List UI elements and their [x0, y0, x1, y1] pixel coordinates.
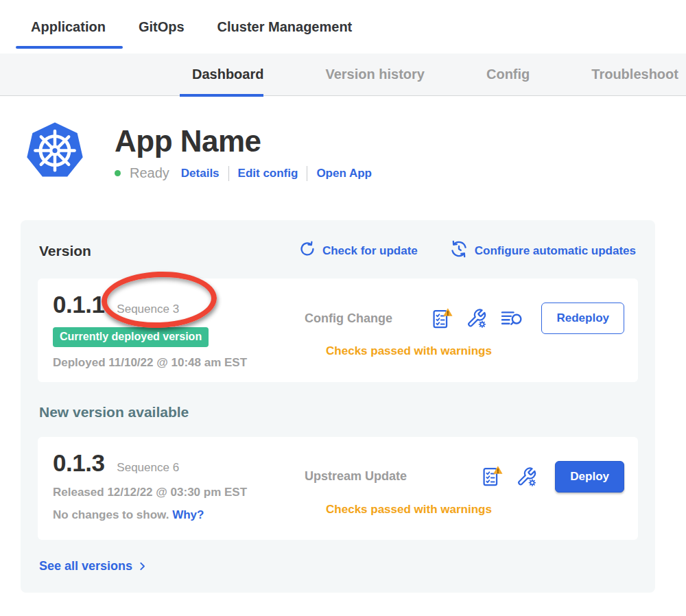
tab-gitops[interactable]: GitOps — [139, 0, 185, 54]
see-all-versions-label: See all versions — [39, 559, 132, 573]
no-changes-text: No changes to show. Why? — [53, 508, 283, 522]
kubernetes-logo — [24, 119, 86, 186]
available-sequence-label: Sequence 6 — [117, 461, 179, 475]
available-release-info: 0.1.3 Sequence 6 Released 12/12/22 @ 03:… — [53, 449, 283, 528]
available-release-row: 0.1.3 Sequence 6 Released 12/12/22 @ 03:… — [38, 437, 638, 540]
deploy-button[interactable]: Deploy — [555, 461, 624, 493]
app-name-title: App Name — [115, 124, 372, 158]
available-version-number: 0.1.3 — [53, 449, 104, 477]
preflight-checks-icon[interactable] — [431, 307, 453, 330]
app-header-text: App Name Ready Details Edit config Open … — [115, 124, 372, 181]
chevron-right-icon — [137, 560, 147, 572]
available-checks-status: Checks passed with warnings — [283, 503, 624, 517]
current-checks-status: Checks passed with warnings — [283, 344, 624, 358]
tab-version-history[interactable]: Version history — [325, 54, 425, 95]
current-source-label: Config Change — [283, 311, 392, 326]
current-release-actions: Config Change — [283, 291, 624, 370]
version-card-title: Version — [39, 243, 91, 259]
ready-status-dot — [115, 170, 121, 176]
version-card: Version Check for update — [21, 220, 655, 593]
configure-automatic-updates-button[interactable]: Configure automatic updates — [449, 239, 636, 262]
tab-config[interactable]: Config — [486, 54, 530, 95]
auto-update-clock-icon — [449, 239, 469, 262]
primary-nav: Application GitOps Cluster Management — [0, 0, 686, 54]
new-version-heading: New version available — [38, 404, 638, 420]
check-for-update-button[interactable]: Check for update — [298, 240, 418, 261]
app-header: App Name Ready Details Edit config Open … — [0, 96, 686, 186]
tab-dashboard[interactable]: Dashboard — [192, 54, 263, 95]
why-link[interactable]: Why? — [172, 508, 204, 521]
no-changes-label: No changes to show. — [53, 508, 169, 521]
see-all-versions-link[interactable]: See all versions — [38, 559, 638, 573]
current-sequence-label: Sequence 3 — [117, 303, 179, 316]
tab-application[interactable]: Application — [31, 0, 106, 54]
released-timestamp: Released 12/12/22 @ 03:30 pm EST — [53, 486, 283, 499]
current-release-row: 0.1.1 Sequence 3 Currently deployed vers… — [38, 279, 638, 382]
current-release-info: 0.1.1 Sequence 3 Currently deployed vers… — [53, 291, 283, 370]
currently-deployed-badge: Currently deployed version — [53, 327, 209, 347]
app-section-nav: Dashboard Version history Config Trouble… — [0, 54, 686, 96]
available-release-actions: Upstream Update — [283, 449, 624, 528]
version-card-header: Version Check for update — [38, 239, 638, 262]
available-source-label: Upstream Update — [283, 469, 407, 484]
wrench-config-icon[interactable] — [516, 466, 537, 487]
divider — [307, 166, 307, 181]
app-status-row: Ready Details Edit config Open App — [115, 165, 372, 181]
configure-automatic-updates-label: Configure automatic updates — [475, 244, 636, 258]
divider — [228, 166, 229, 181]
wrench-config-icon[interactable] — [466, 308, 487, 329]
view-diff-icon[interactable] — [500, 309, 523, 328]
deployed-timestamp: Deployed 11/10/22 @ 10:48 am EST — [53, 356, 283, 370]
check-for-update-label: Check for update — [322, 244, 418, 258]
preflight-checks-icon[interactable] — [482, 465, 503, 488]
available-release-icons — [482, 465, 537, 488]
version-card-actions: Check for update Configure automatic upd… — [298, 239, 636, 262]
tab-troubleshoot[interactable]: Troubleshoot — [591, 54, 678, 95]
tab-cluster-management[interactable]: Cluster Management — [217, 0, 353, 54]
current-version-number: 0.1.1 — [53, 291, 104, 318]
open-app-link[interactable]: Open App — [316, 167, 372, 180]
ready-status-label: Ready — [130, 165, 169, 181]
redeploy-button[interactable]: Redeploy — [541, 303, 624, 334]
edit-config-link[interactable]: Edit config — [238, 167, 298, 180]
current-release-icons — [431, 307, 523, 330]
details-link[interactable]: Details — [181, 167, 220, 180]
refresh-icon — [298, 240, 316, 261]
